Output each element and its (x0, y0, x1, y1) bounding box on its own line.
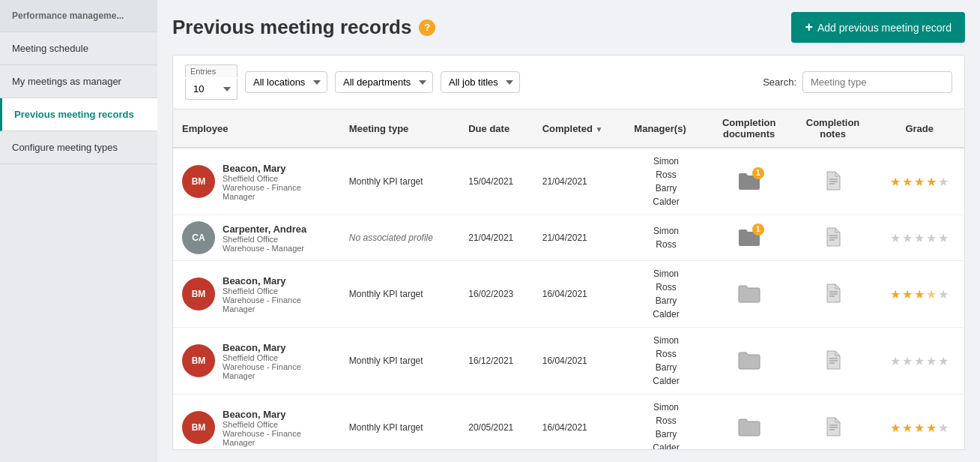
table-row: BMBeacon, Mary Sheffield Office Warehous… (173, 261, 964, 328)
employee-name: Beacon, Mary (223, 342, 301, 353)
employee-detail3: Manager (223, 192, 301, 201)
star-4[interactable]: ★ (926, 287, 937, 302)
employee-cell: BMBeacon, Mary Sheffield Office Warehous… (173, 394, 340, 451)
stars-rating[interactable]: ★★★★★ (883, 421, 955, 435)
managers-cell: SimonRossBarryCalder (625, 148, 707, 215)
avatar: BM (182, 344, 215, 377)
star-2[interactable]: ★ (902, 175, 913, 189)
page-title-area: Previous meeting records ? (172, 16, 435, 39)
stars-rating[interactable]: ★★★★★ (883, 231, 955, 245)
search-input[interactable] (802, 71, 952, 93)
star-1[interactable]: ★ (890, 421, 901, 435)
employee-detail2: Warehouse - Manager (223, 244, 306, 253)
manager-name: Simon (634, 334, 698, 347)
col-employee: Employee (173, 110, 340, 148)
grade-cell[interactable]: ★★★★★ (874, 261, 964, 328)
doc-icon[interactable] (826, 350, 841, 370)
folder-icon[interactable] (737, 416, 761, 440)
star-2[interactable]: ★ (902, 421, 913, 435)
table-row: BMBeacon, Mary Sheffield Office Warehous… (173, 148, 964, 215)
due-date-cell: 16/12/2021 (459, 328, 533, 394)
star-3[interactable]: ★ (914, 287, 925, 302)
completed-cell: 21/04/2021 (533, 215, 626, 261)
employee-cell: BMBeacon, Mary Sheffield Office Warehous… (173, 328, 340, 394)
managers-cell: SimonRoss (625, 215, 707, 261)
manager-name: Barry (634, 182, 698, 195)
star-1[interactable]: ★ (890, 175, 901, 189)
meeting-type-cell: Monthly KPI target (340, 394, 459, 451)
folder-icon[interactable] (737, 283, 761, 306)
star-3[interactable]: ★ (914, 354, 925, 368)
due-date-cell: 21/04/2021 (459, 215, 533, 261)
table-header-row: Employee Meeting type Due date Completed… (173, 110, 964, 148)
folder-icon[interactable] (737, 350, 761, 373)
doc-icon[interactable] (826, 227, 841, 247)
stars-rating[interactable]: ★★★★★ (883, 287, 955, 302)
star-2[interactable]: ★ (902, 354, 913, 368)
employee-detail2: Warehouse - Finance (223, 429, 301, 438)
doc-icon[interactable] (826, 417, 841, 436)
folder-icon[interactable]: 1 (737, 226, 761, 250)
folder-icon[interactable]: 1 (737, 170, 761, 194)
filters-row: Entries 10 25 50 All locations All depar… (185, 64, 952, 100)
star-2[interactable]: ★ (902, 231, 913, 245)
grade-cell[interactable]: ★★★★★ (874, 394, 964, 451)
employee-detail3: Manager (223, 438, 301, 447)
col-completed[interactable]: Completed ▼ (533, 110, 626, 148)
due-date-cell: 20/05/2021 (459, 394, 533, 451)
star-1[interactable]: ★ (890, 287, 901, 302)
star-3[interactable]: ★ (914, 231, 925, 245)
doc-icon[interactable] (826, 284, 841, 303)
employee-detail1: Sheffield Office (223, 235, 306, 244)
departments-select[interactable]: All departments (335, 71, 433, 93)
job-titles-select[interactable]: All job titles (441, 71, 520, 93)
sidebar-app-title: Performance manageme... (0, 0, 157, 32)
star-5[interactable]: ★ (938, 175, 949, 189)
employee-info: Beacon, Mary Sheffield Office Warehouse … (223, 409, 301, 447)
entries-group: Entries 10 25 50 (185, 64, 238, 100)
star-4[interactable]: ★ (926, 231, 937, 245)
grade-cell[interactable]: ★★★★★ (874, 215, 964, 261)
stars-rating[interactable]: ★★★★★ (883, 175, 955, 189)
manager-name: Ross (634, 347, 698, 361)
star-3[interactable]: ★ (914, 421, 925, 435)
star-1[interactable]: ★ (890, 354, 901, 368)
employee-name: Beacon, Mary (223, 163, 301, 174)
grade-cell[interactable]: ★★★★★ (874, 328, 964, 394)
sidebar-item-my-meetings[interactable]: My meetings as manager (0, 65, 157, 98)
grade-cell[interactable]: ★★★★★ (874, 148, 964, 215)
locations-select[interactable]: All locations (245, 71, 327, 93)
sort-arrow: ▼ (596, 125, 603, 134)
due-date-cell: 15/04/2021 (459, 148, 533, 215)
avatar: BM (182, 411, 215, 444)
table-container: Employee Meeting type Due date Completed… (172, 110, 965, 450)
help-icon[interactable]: ? (419, 20, 435, 36)
sidebar-item-configure[interactable]: Configure meeting types (0, 131, 157, 164)
star-4[interactable]: ★ (926, 354, 937, 368)
employee-detail1: Sheffield Office (223, 174, 301, 183)
completion-notes-cell (791, 394, 875, 451)
sidebar-item-previous-records[interactable]: Previous meeting records (0, 98, 157, 131)
add-previous-meeting-button[interactable]: + Add previous meeting record (791, 12, 965, 43)
star-1[interactable]: ★ (890, 231, 901, 245)
doc-icon[interactable] (826, 171, 841, 190)
meeting-type-cell: Monthly KPI target (340, 261, 459, 328)
star-2[interactable]: ★ (902, 287, 913, 302)
stars-rating[interactable]: ★★★★★ (883, 354, 955, 368)
sidebar-item-meeting-schedule[interactable]: Meeting schedule (0, 32, 157, 65)
star-5[interactable]: ★ (938, 421, 949, 435)
entries-select[interactable]: 10 25 50 (185, 79, 238, 100)
star-5[interactable]: ★ (938, 354, 949, 368)
star-4[interactable]: ★ (926, 421, 937, 435)
col-meeting-type: Meeting type (340, 110, 459, 148)
folder-badge: 1 (752, 224, 764, 236)
employee-detail1: Sheffield Office (223, 286, 301, 296)
employee-cell: CACarpenter, Andrea Sheffield Office War… (173, 215, 340, 261)
star-5[interactable]: ★ (938, 231, 949, 245)
star-4[interactable]: ★ (926, 175, 937, 189)
table-row: BMBeacon, Mary Sheffield Office Warehous… (173, 394, 964, 451)
manager-name: Ross (634, 238, 698, 251)
star-5[interactable]: ★ (938, 287, 949, 302)
star-3[interactable]: ★ (914, 175, 925, 189)
folder-badge: 1 (752, 167, 764, 179)
